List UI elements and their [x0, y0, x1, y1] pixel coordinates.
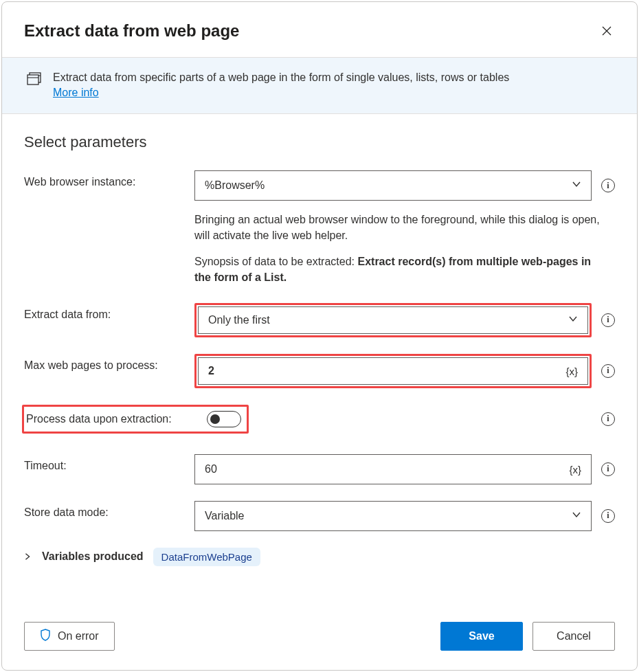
- max-pages-highlight: 2 {x}: [194, 354, 592, 388]
- dialog-body: Select parameters Web browser instance: …: [2, 114, 637, 607]
- max-pages-label: Max web pages to process:: [24, 354, 194, 372]
- chevron-down-icon: [572, 510, 581, 522]
- max-pages-value: 2: [208, 365, 557, 377]
- max-pages-input[interactable]: 2 {x}: [198, 357, 588, 385]
- close-button[interactable]: [598, 23, 615, 39]
- info-icon[interactable]: i: [601, 509, 615, 523]
- save-label: Save: [469, 630, 494, 642]
- browser-instance-select[interactable]: %Browser%: [194, 170, 592, 201]
- row-max-pages: Max web pages to process: 2 {x} i: [24, 354, 615, 388]
- browser-instance-value: %Browser%: [205, 179, 265, 192]
- chevron-right-icon[interactable]: [22, 552, 34, 561]
- extract-from-label: Extract data from:: [24, 303, 194, 321]
- dialog-title: Extract data from web page: [24, 21, 239, 41]
- variable-chip[interactable]: DataFromWebPage: [153, 548, 260, 566]
- synopsis-prefix: Synopsis of data to be extracted:: [194, 256, 357, 267]
- save-button[interactable]: Save: [440, 622, 523, 651]
- hint-block: Bringing an actual web browser window to…: [194, 212, 607, 285]
- row-timeout: Timeout: 60 {x} i: [24, 454, 615, 484]
- extract-from-select[interactable]: Only the first: [198, 306, 588, 334]
- chevron-down-icon: [568, 314, 578, 326]
- info-icon[interactable]: i: [601, 412, 615, 426]
- dialog-footer: On error Save Cancel: [2, 607, 637, 670]
- foreground-hint: Bringing an actual web browser window to…: [194, 212, 607, 243]
- store-mode-select[interactable]: Variable: [194, 501, 592, 531]
- process-data-toggle[interactable]: [207, 411, 241, 427]
- variable-picker-icon[interactable]: {x}: [565, 365, 578, 377]
- process-data-label: Process data upon extraction:: [24, 413, 194, 425]
- section-title: Select parameters: [24, 133, 615, 151]
- browser-instance-label: Web browser instance:: [24, 170, 194, 188]
- info-icon[interactable]: i: [601, 179, 615, 192]
- synopsis-line: Synopsis of data to be extracted: Extrac…: [194, 254, 607, 285]
- info-text: Extract data from specific parts of a we…: [53, 71, 509, 83]
- info-icon[interactable]: i: [601, 313, 615, 327]
- timeout-label: Timeout:: [24, 454, 194, 472]
- on-error-label: On error: [58, 630, 99, 642]
- extract-from-highlight: Only the first: [194, 303, 592, 337]
- row-extract-from: Extract data from: Only the first i: [24, 303, 615, 337]
- shield-icon: [40, 629, 51, 644]
- variable-picker-icon[interactable]: {x}: [569, 463, 581, 475]
- chevron-down-icon: [572, 179, 581, 192]
- info-text-block: Extract data from specific parts of a we…: [53, 70, 615, 100]
- dialog-header: Extract data from web page: [2, 2, 637, 57]
- more-info-link[interactable]: More info: [53, 87, 99, 98]
- row-store-mode: Store data mode: Variable i: [24, 501, 615, 531]
- dialog: Extract data from web page Extract data …: [1, 1, 638, 671]
- info-icon[interactable]: i: [601, 364, 615, 378]
- store-mode-label: Store data mode:: [24, 501, 194, 519]
- webpage-icon: [27, 71, 42, 89]
- variables-produced-row: Variables produced DataFromWebPage: [24, 548, 615, 566]
- timeout-input[interactable]: 60 {x}: [194, 454, 592, 484]
- timeout-value: 60: [205, 463, 217, 475]
- cancel-button[interactable]: Cancel: [532, 622, 615, 651]
- row-process-data: Process data upon extraction: i: [24, 405, 615, 434]
- extract-from-value: Only the first: [208, 314, 270, 326]
- variables-produced-label: Variables produced: [42, 550, 144, 563]
- store-mode-value: Variable: [205, 510, 245, 522]
- info-bar: Extract data from specific parts of a we…: [2, 57, 637, 114]
- close-icon: [601, 25, 612, 36]
- cancel-label: Cancel: [557, 630, 591, 642]
- row-browser-instance: Web browser instance: %Browser% i: [24, 170, 615, 201]
- process-data-highlight: Process data upon extraction:: [22, 405, 249, 434]
- on-error-button[interactable]: On error: [24, 622, 115, 651]
- toggle-knob: [210, 414, 220, 424]
- svg-rect-2: [27, 75, 38, 85]
- info-icon[interactable]: i: [601, 462, 615, 476]
